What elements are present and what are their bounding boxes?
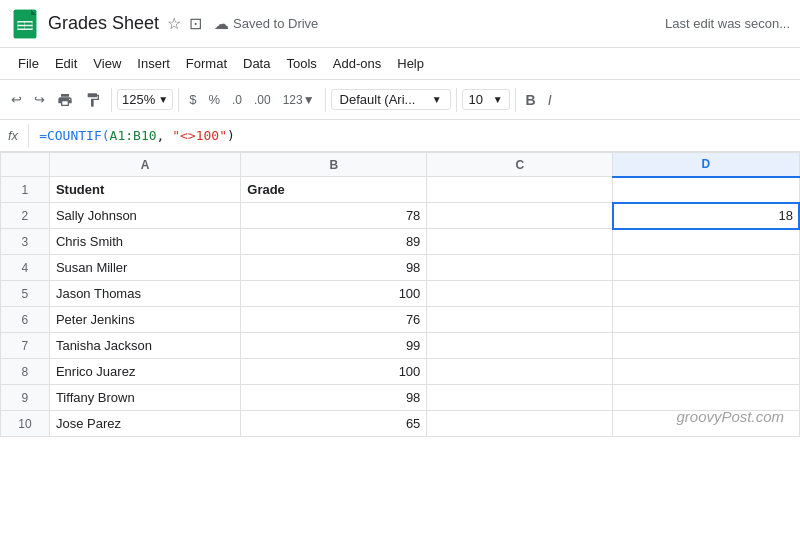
cell-c3[interactable] bbox=[427, 229, 613, 255]
cell-c2[interactable] bbox=[427, 203, 613, 229]
redo-button[interactable]: ↪ bbox=[29, 88, 50, 111]
cell-c5[interactable] bbox=[427, 281, 613, 307]
toolbar-divider-3 bbox=[325, 88, 326, 112]
font-size-selector[interactable]: 10 ▼ bbox=[462, 89, 510, 110]
spreadsheet-table: A B C D 1 Student Grade 2 Sally Johnson … bbox=[0, 152, 800, 437]
row-num-7: 7 bbox=[1, 333, 50, 359]
formula-range: A1:B10 bbox=[110, 128, 157, 143]
cell-c10[interactable] bbox=[427, 411, 613, 437]
cell-a8[interactable]: Enrico Juarez bbox=[49, 359, 240, 385]
row-num-5: 5 bbox=[1, 281, 50, 307]
cell-c4[interactable] bbox=[427, 255, 613, 281]
cell-b2[interactable]: 78 bbox=[241, 203, 427, 229]
cell-a4[interactable]: Susan Miller bbox=[49, 255, 240, 281]
cell-b8[interactable]: 100 bbox=[241, 359, 427, 385]
cell-d1[interactable] bbox=[613, 177, 799, 203]
format-number-button[interactable]: 123▼ bbox=[278, 89, 320, 111]
star-icon[interactable]: ☆ bbox=[167, 14, 181, 33]
cell-b5[interactable]: 100 bbox=[241, 281, 427, 307]
cell-d6[interactable] bbox=[613, 307, 799, 333]
title-bar: Grades Sheet ☆ ⊡ ☁ Saved to Drive Last e… bbox=[0, 0, 800, 48]
cell-a3[interactable]: Chris Smith bbox=[49, 229, 240, 255]
font-size-chevron-icon: ▼ bbox=[493, 94, 503, 105]
cell-d3[interactable] bbox=[613, 229, 799, 255]
cell-d8[interactable] bbox=[613, 359, 799, 385]
cell-d7[interactable] bbox=[613, 333, 799, 359]
col-header-b[interactable]: B bbox=[241, 153, 427, 177]
cell-b9[interactable]: 98 bbox=[241, 385, 427, 411]
menu-edit[interactable]: Edit bbox=[47, 52, 85, 75]
cell-b4[interactable]: 98 bbox=[241, 255, 427, 281]
print-button[interactable] bbox=[52, 88, 78, 112]
cell-a5[interactable]: Jason Thomas bbox=[49, 281, 240, 307]
decimal-decrease-button[interactable]: .0 bbox=[227, 89, 247, 111]
formula-label: fx bbox=[8, 128, 18, 143]
menu-addons[interactable]: Add-ons bbox=[325, 52, 389, 75]
cell-a7[interactable]: Tanisha Jackson bbox=[49, 333, 240, 359]
table-row: 1 Student Grade bbox=[1, 177, 800, 203]
cell-b7[interactable]: 99 bbox=[241, 333, 427, 359]
bold-button[interactable]: B bbox=[521, 88, 541, 112]
cell-a6[interactable]: Peter Jenkins bbox=[49, 307, 240, 333]
italic-button[interactable]: I bbox=[543, 88, 557, 112]
svg-rect-5 bbox=[18, 21, 19, 30]
cell-b1[interactable]: Grade bbox=[241, 177, 427, 203]
cell-c9[interactable] bbox=[427, 385, 613, 411]
toolbar-divider-2 bbox=[178, 88, 179, 112]
row-num-10: 10 bbox=[1, 411, 50, 437]
document-title: Grades Sheet bbox=[48, 13, 159, 34]
col-header-a[interactable]: A bbox=[49, 153, 240, 177]
formula-divider bbox=[28, 124, 29, 148]
watermark: groovyPost.com bbox=[676, 408, 784, 425]
paint-format-button[interactable] bbox=[80, 88, 106, 112]
row-num-4: 4 bbox=[1, 255, 50, 281]
toolbar: ↩ ↪ 125% ▼ $ % .0 .00 123▼ Default (Ari.… bbox=[0, 80, 800, 120]
cell-d5[interactable] bbox=[613, 281, 799, 307]
saved-text: Saved to Drive bbox=[233, 16, 318, 31]
cell-a2[interactable]: Sally Johnson bbox=[49, 203, 240, 229]
table-row: 3 Chris Smith 89 bbox=[1, 229, 800, 255]
decimal-increase-button[interactable]: .00 bbox=[249, 89, 276, 111]
formula-content[interactable]: =COUNTIF(A1:B10, "<>100") bbox=[39, 128, 235, 143]
last-edit-text: Last edit was secon... bbox=[665, 16, 790, 31]
menu-view[interactable]: View bbox=[85, 52, 129, 75]
cell-d9[interactable] bbox=[613, 385, 799, 411]
cell-a1[interactable]: Student bbox=[49, 177, 240, 203]
percent-button[interactable]: % bbox=[203, 88, 225, 111]
menu-format[interactable]: Format bbox=[178, 52, 235, 75]
zoom-selector[interactable]: 125% ▼ bbox=[117, 89, 173, 110]
menu-file[interactable]: File bbox=[10, 52, 47, 75]
table-row: 6 Peter Jenkins 76 bbox=[1, 307, 800, 333]
spreadsheet-area: A B C D 1 Student Grade 2 Sally Johnson … bbox=[0, 152, 800, 437]
cell-d4[interactable] bbox=[613, 255, 799, 281]
row-num-6: 6 bbox=[1, 307, 50, 333]
col-header-d[interactable]: D bbox=[613, 153, 799, 177]
folder-icon[interactable]: ⊡ bbox=[189, 14, 202, 33]
formula-criteria: "<>100" bbox=[172, 128, 227, 143]
formula-function: =COUNTIF( bbox=[39, 128, 109, 143]
cell-c8[interactable] bbox=[427, 359, 613, 385]
toolbar-divider-1 bbox=[111, 88, 112, 112]
cell-c6[interactable] bbox=[427, 307, 613, 333]
currency-button[interactable]: $ bbox=[184, 88, 201, 111]
column-header-row: A B C D bbox=[1, 153, 800, 177]
toolbar-divider-5 bbox=[515, 88, 516, 112]
undo-button[interactable]: ↩ bbox=[6, 88, 27, 111]
menu-help[interactable]: Help bbox=[389, 52, 432, 75]
cell-d2[interactable]: 18 bbox=[613, 203, 799, 229]
col-header-c[interactable]: C bbox=[427, 153, 613, 177]
cell-c7[interactable] bbox=[427, 333, 613, 359]
cell-a9[interactable]: Tiffany Brown bbox=[49, 385, 240, 411]
table-row: 4 Susan Miller 98 bbox=[1, 255, 800, 281]
menu-tools[interactable]: Tools bbox=[278, 52, 324, 75]
cell-a10[interactable]: Jose Parez bbox=[49, 411, 240, 437]
menu-insert[interactable]: Insert bbox=[129, 52, 178, 75]
cell-b10[interactable]: 65 bbox=[241, 411, 427, 437]
toolbar-divider-4 bbox=[456, 88, 457, 112]
cell-b6[interactable]: 76 bbox=[241, 307, 427, 333]
menu-data[interactable]: Data bbox=[235, 52, 278, 75]
cell-c1[interactable] bbox=[427, 177, 613, 203]
font-selector[interactable]: Default (Ari... ▼ bbox=[331, 89, 451, 110]
font-name: Default (Ari... bbox=[340, 92, 416, 107]
cell-b3[interactable]: 89 bbox=[241, 229, 427, 255]
